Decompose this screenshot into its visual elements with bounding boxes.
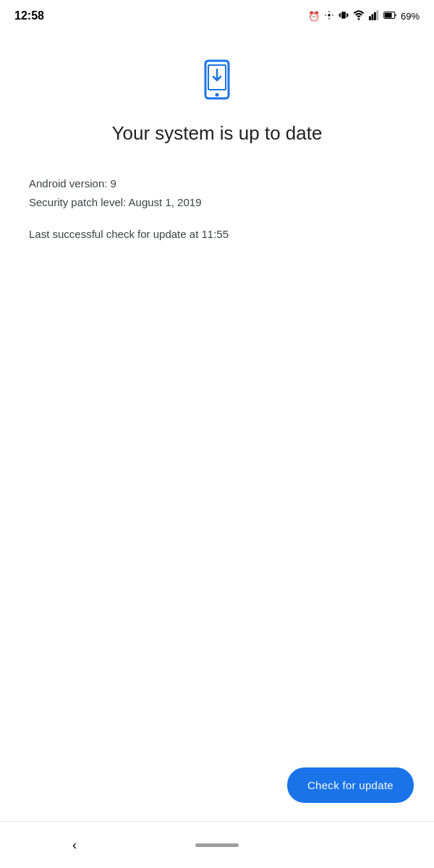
svg-rect-5 — [374, 12, 376, 20]
info-section: Android version: 9 Security patch level:… — [26, 175, 408, 243]
svg-rect-1 — [341, 12, 346, 18]
svg-point-0 — [328, 14, 331, 17]
status-bar: 12:58 ⏰ — [0, 0, 434, 29]
status-time: 12:58 — [14, 9, 44, 22]
signal-icon — [369, 10, 379, 22]
svg-point-2 — [358, 18, 360, 20]
wifi-icon — [353, 10, 365, 22]
alarm-icon: ⏰ — [308, 11, 320, 22]
back-button[interactable]: ‹ — [72, 838, 77, 853]
check-for-update-button[interactable]: Check for update — [287, 767, 414, 803]
system-update-icon — [195, 58, 239, 104]
nav-bar: ‹ — [0, 822, 434, 868]
security-patch-level: Security patch level: August 1, 2019 — [29, 194, 405, 211]
svg-point-11 — [216, 93, 219, 97]
svg-rect-4 — [371, 14, 373, 20]
home-pill[interactable] — [195, 843, 239, 847]
svg-rect-3 — [369, 16, 371, 20]
svg-rect-6 — [376, 10, 378, 20]
status-icons: ⏰ — [308, 10, 420, 22]
svg-rect-8 — [385, 12, 392, 17]
page-title: Your system is up to date — [112, 122, 323, 146]
main-content: Your system is up to date Android versio… — [0, 29, 434, 243]
android-version: Android version: 9 — [29, 175, 405, 192]
last-check-time: Last successful check for update at 11:5… — [29, 226, 405, 243]
battery-icon — [383, 11, 396, 22]
gps-icon — [324, 10, 334, 22]
battery-percent: 69% — [401, 11, 420, 22]
vibrate-icon — [339, 10, 349, 22]
